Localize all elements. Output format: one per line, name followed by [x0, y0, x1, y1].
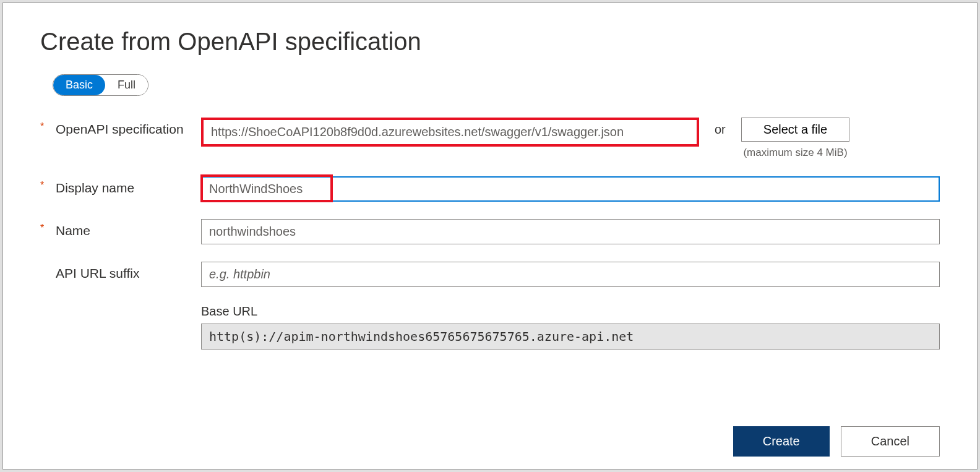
create-openapi-modal: Create from OpenAPI specification Basic …	[2, 2, 978, 470]
cancel-button[interactable]: Cancel	[841, 426, 940, 457]
openapi-spec-row: * OpenAPI specification or Select a file…	[40, 118, 940, 159]
toggle-basic-button[interactable]: Basic	[53, 75, 105, 95]
name-row: * Name	[40, 219, 940, 244]
name-input[interactable]	[201, 219, 940, 244]
required-marker-empty	[40, 262, 56, 265]
api-url-suffix-label: API URL suffix	[56, 262, 201, 282]
openapi-spec-label: OpenAPI specification	[56, 118, 201, 138]
file-select-group: Select a file (maximum size 4 MiB)	[741, 118, 849, 159]
base-url-input	[201, 324, 940, 350]
display-name-row: * Display name	[40, 176, 940, 202]
api-url-suffix-row: API URL suffix	[40, 262, 940, 287]
required-marker: *	[40, 219, 56, 234]
base-url-group: Base URL	[201, 304, 940, 350]
openapi-spec-input[interactable]	[204, 120, 697, 144]
or-text: or	[715, 118, 726, 137]
file-size-hint: (maximum size 4 MiB)	[743, 147, 847, 159]
required-marker: *	[40, 176, 56, 191]
openapi-spec-highlight	[201, 118, 699, 147]
toggle-full-button[interactable]: Full	[105, 75, 148, 95]
select-file-button[interactable]: Select a file	[741, 118, 849, 142]
api-url-suffix-input[interactable]	[201, 262, 940, 287]
display-name-label: Display name	[56, 176, 201, 197]
display-name-input[interactable]	[201, 176, 940, 202]
view-toggle: Basic Full	[53, 74, 148, 96]
modal-title: Create from OpenAPI specification	[40, 28, 940, 56]
base-url-label: Base URL	[201, 304, 940, 319]
modal-footer: Create Cancel	[733, 426, 940, 457]
required-marker: *	[40, 118, 56, 132]
name-label: Name	[56, 219, 201, 239]
create-button[interactable]: Create	[733, 426, 830, 457]
